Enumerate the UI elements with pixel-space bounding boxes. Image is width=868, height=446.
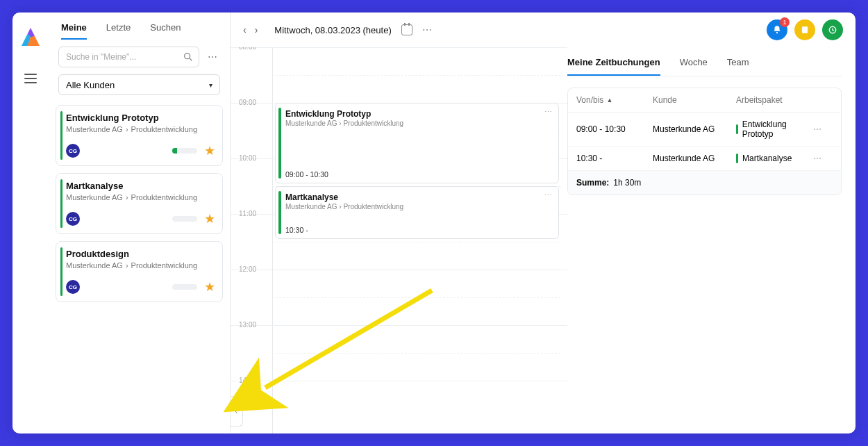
time-label: 11:00 — [239, 210, 256, 217]
sidebar: Meine Letzte Suchen ⋯ Alle Kunden ▾ Entw… — [49, 13, 231, 433]
column-header-client[interactable]: Kunde — [653, 95, 736, 105]
notification-count-badge: 1 — [780, 17, 790, 27]
cell-package: Entwicklung Prototyp — [736, 119, 813, 139]
progress-bar — [172, 284, 197, 290]
event-time: 10:30 - — [285, 226, 308, 234]
table-row[interactable]: 09:00 - 10:30 Musterkunde AG Entwicklung… — [568, 113, 841, 147]
nav-rail — [12, 13, 49, 433]
sidebar-tabs: Meine Letzte Suchen — [49, 17, 230, 40]
search-input[interactable] — [58, 47, 199, 67]
customer-filter-dropdown[interactable]: Alle Kunden ▾ — [58, 74, 220, 95]
cell-client: Musterkunde AG — [653, 124, 736, 134]
card-title: Produktdesign — [66, 249, 215, 259]
star-icon[interactable]: ★ — [204, 279, 215, 295]
header-more-icon[interactable]: ⋯ — [422, 24, 433, 35]
event-title: Entwicklung Prototyp — [285, 109, 551, 119]
svg-point-2 — [776, 32, 778, 33]
event-breadcrumb: Musterkunde AG › Produktentwicklung — [285, 203, 551, 210]
timeline-event[interactable]: Entwicklung Prototyp Musterkunde AG › Pr… — [275, 103, 559, 183]
avatar-badge: CG — [66, 212, 80, 226]
hamburger-icon[interactable] — [24, 74, 37, 83]
day-timeline[interactable]: 08:00 09:00 10:00 11:00 12:00 13:00 14:0… — [231, 47, 567, 433]
card-breadcrumb: Musterkunde AG›Produktentwicklung — [66, 193, 215, 201]
sort-asc-icon: ▲ — [606, 97, 612, 104]
search-box — [58, 47, 199, 67]
cell-time: 09:00 - 10:30 — [576, 124, 653, 134]
event-breadcrumb: Musterkunde AG › Produktentwicklung — [285, 119, 551, 127]
avatar-badge: CG — [66, 144, 80, 158]
tab-recent[interactable]: Letzte — [106, 22, 131, 40]
current-date-label: Mittwoch, 08.03.2023 (heute) — [274, 25, 391, 35]
work-package-list: Entwicklung Prototyp Musterkunde AG›Prod… — [49, 102, 230, 305]
app-frame: Meine Letzte Suchen ⋯ Alle Kunden ▾ Entw… — [12, 13, 856, 433]
timer-button[interactable] — [822, 19, 843, 40]
time-label: 14:00 — [239, 377, 256, 384]
panel-tab-week[interactable]: Woche — [680, 57, 708, 76]
customer-filter-label: Alle Kunden — [66, 80, 115, 90]
time-label: 10:00 — [239, 154, 256, 162]
star-icon[interactable]: ★ — [204, 143, 215, 158]
collapse-sidebar-button[interactable]: ‹ — [231, 396, 243, 427]
search-icon — [183, 51, 194, 63]
work-package-card[interactable]: Martkanalyse Musterkunde AG›Produktentwi… — [56, 173, 223, 234]
notes-button[interactable] — [794, 19, 815, 40]
svg-rect-3 — [802, 26, 808, 33]
cell-package: Martkanalyse — [736, 154, 813, 163]
column-header-package[interactable]: Arbeitspaket — [736, 95, 813, 105]
tab-search[interactable]: Suchen — [150, 22, 181, 40]
table-footer-sum: Summe: 1h 30m — [568, 171, 841, 195]
card-title: Martkanalyse — [66, 181, 215, 191]
event-more-icon[interactable]: ⋯ — [544, 191, 553, 200]
panel-tab-team[interactable]: Team — [727, 57, 749, 76]
caret-down-icon: ▾ — [209, 81, 212, 89]
svg-point-0 — [185, 53, 190, 59]
bookings-table: Von/bis▲ Kunde Arbeitspaket 09:00 - 10:3… — [567, 88, 842, 195]
cell-client: Musterkunde AG — [653, 154, 736, 163]
main-header: ‹ › Mittwoch, 08.03.2023 (heute) ⋯ 1 — [231, 13, 856, 47]
notifications-button[interactable]: 1 — [767, 19, 787, 40]
event-title: Martkanalyse — [285, 192, 551, 202]
avatar-badge: CG — [66, 280, 80, 294]
column-header-time[interactable]: Von/bis▲ — [576, 95, 653, 105]
progress-bar — [172, 216, 197, 222]
row-more-icon[interactable]: ⋯ — [813, 154, 833, 163]
time-bookings-panel: Meine Zeitbuchungen Woche Team Von/bis▲ … — [567, 47, 856, 433]
card-breadcrumb: Musterkunde AG›Produktentwicklung — [66, 125, 215, 133]
panel-tab-bookings[interactable]: Meine Zeitbuchungen — [567, 57, 660, 76]
tab-mine[interactable]: Meine — [61, 22, 87, 40]
row-more-icon[interactable]: ⋯ — [813, 124, 833, 134]
next-day-button[interactable]: › — [255, 24, 258, 35]
svg-line-1 — [190, 58, 192, 60]
main-area: ‹ › Mittwoch, 08.03.2023 (heute) ⋯ 1 — [231, 13, 856, 433]
event-more-icon[interactable]: ⋯ — [544, 108, 553, 117]
work-package-card[interactable]: Entwicklung Prototyp Musterkunde AG›Prod… — [56, 105, 223, 166]
time-label: 09:00 — [239, 99, 256, 106]
time-label: 12:00 — [239, 265, 256, 273]
work-package-card[interactable]: Produktdesign Musterkunde AG›Produktentw… — [56, 241, 223, 302]
app-logo-icon — [22, 28, 40, 46]
progress-bar — [172, 148, 197, 154]
card-breadcrumb: Musterkunde AG›Produktentwicklung — [66, 261, 215, 270]
calendar-icon[interactable] — [401, 24, 412, 35]
timeline-event[interactable]: Martkanalyse Musterkunde AG › Produktent… — [275, 186, 559, 239]
event-time: 09:00 - 10:30 — [285, 170, 328, 179]
time-label: 13:00 — [239, 321, 256, 329]
table-row[interactable]: 10:30 - Musterkunde AG Martkanalyse ⋯ — [568, 147, 841, 171]
sidebar-more-icon[interactable]: ⋯ — [205, 51, 220, 63]
card-title: Entwicklung Prototyp — [66, 113, 215, 123]
cell-time: 10:30 - — [576, 154, 653, 163]
prev-day-button[interactable]: ‹ — [243, 24, 247, 35]
time-label: 08:00 — [239, 47, 256, 51]
star-icon[interactable]: ★ — [204, 211, 215, 226]
